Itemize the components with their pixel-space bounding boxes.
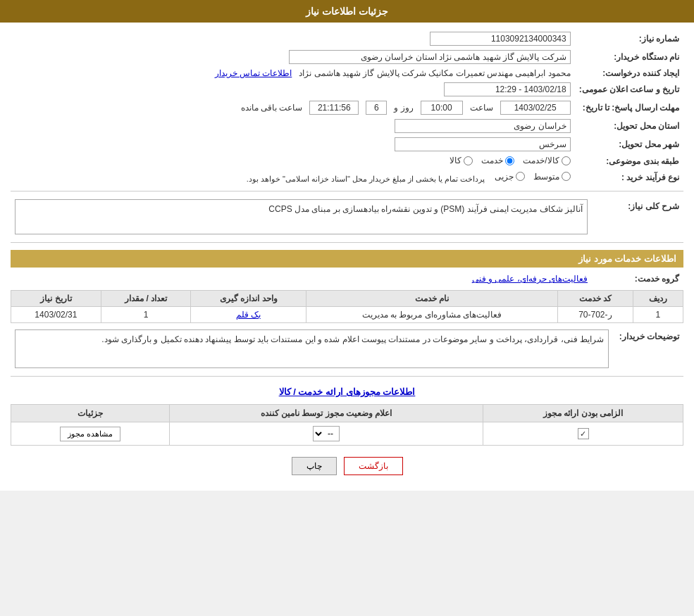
- province-label: استان محل تحویل:: [575, 117, 683, 135]
- category-radio-group: کالا/خدمت خدمت کالا: [450, 156, 570, 165]
- category-kala-radio[interactable]: [464, 156, 473, 165]
- cell-status: --: [170, 422, 483, 446]
- province-value: خراسان رضوی: [11, 117, 575, 135]
- cell-service-name: فعالیت‌های مشاوره‌ای مربوط به مدیریت: [306, 307, 558, 323]
- need-number-label: شماره نیاز:: [575, 30, 683, 48]
- description-table: شرح کلی نیاز: آنالیز شکاف مدیریت ایمنی ف…: [11, 197, 683, 237]
- cell-date: 1403/02/31: [11, 307, 101, 323]
- category-khadamat-label: خدمت: [481, 156, 503, 165]
- deadline-row: مهلت ارسال پاسخ: تا تاریخ: 1403/02/25 سا…: [11, 99, 683, 117]
- print-button[interactable]: چاپ: [292, 457, 337, 475]
- cell-required: [483, 422, 683, 446]
- service-group-link[interactable]: فعالیت‌های حرفه‌ای، علمی و فنی: [472, 274, 588, 284]
- city-label: شهر محل تحویل:: [575, 135, 683, 153]
- cell-quantity: 1: [101, 307, 191, 323]
- purchase-type-motavasset-label: متوسط: [533, 172, 559, 182]
- need-number-row: شماره نیاز: 1103092134000343: [11, 30, 683, 48]
- buyer-notes-row: توضیحات خریدار: شرایط فنی، قراردادی، پرد…: [11, 327, 683, 370]
- deadline-date-field: 1403/02/25: [500, 101, 571, 115]
- announce-date-row: تاریخ و ساعت اعلان عمومی: 1403/02/18 - 1…: [11, 80, 683, 99]
- services-table-header: ردیف کد خدمت نام خدمت واحد اندازه گیری ت…: [11, 291, 683, 307]
- cell-unit: یک قلم: [191, 307, 306, 323]
- license-table: الزامی بودن ارائه مجوز اعلام وضعیت مجوز …: [11, 404, 683, 446]
- description-box: آنالیز شکاف مدیریت ایمنی فرآیند (PSM) و …: [15, 199, 588, 234]
- deadline-remaining-label: ساعت باقی مانده: [241, 103, 303, 113]
- cell-service-code: ر-702-70: [557, 307, 633, 323]
- separator-1: [11, 191, 683, 191]
- category-kala-khadamat-label: کالا/خدمت: [523, 156, 559, 165]
- deadline-remaining-field: 21:11:56: [309, 101, 359, 115]
- description-label: شرح کلی نیاز:: [592, 197, 683, 237]
- city-value: سرخس: [11, 135, 575, 153]
- buyer-notes-value-cell: شرایط فنی، قراردادی، پرداخت و سایر موضوع…: [11, 327, 613, 370]
- col-header-service-name: نام خدمت: [306, 291, 558, 307]
- view-license-button[interactable]: مشاهده مجوز: [60, 427, 120, 441]
- creator-contact-link[interactable]: اطلاعات تماس خریدار: [215, 68, 292, 78]
- announce-date-value: 1403/02/18 - 12:29: [97, 80, 574, 99]
- announce-date-field: 1403/02/18 - 12:29: [444, 82, 571, 96]
- page-header: جزئیات اطلاعات نیاز: [0, 0, 694, 23]
- deadline-label: مهلت ارسال پاسخ: تا تاریخ:: [575, 99, 683, 117]
- table-row: -- مشاهده مجوز: [11, 422, 683, 446]
- purchase-type-jozee-item: جزیی: [495, 172, 525, 182]
- description-value-cell: آنالیز شکاف مدیریت ایمنی فرآیند (PSM) و …: [11, 197, 592, 237]
- service-group-label: گروه خدمت:: [592, 272, 683, 286]
- purchase-type-jozee-radio[interactable]: [516, 172, 525, 181]
- city-row: شهر محل تحویل: سرخس: [11, 135, 683, 153]
- description-row: شرح کلی نیاز: آنالیز شکاف مدیریت ایمنی ف…: [11, 197, 683, 237]
- need-number-field: 1103092134000343: [430, 32, 571, 46]
- category-row: طبقه بندی موضوعی: کالا/خدمت خدمت: [11, 153, 683, 170]
- col-header-required: الزامی بودن ارائه مجوز: [483, 405, 683, 422]
- license-section-title: اطلاعات مجوزهای ارائه خدمت / کالا: [11, 382, 683, 401]
- separator-3: [11, 376, 683, 377]
- service-group-row: گروه خدمت: فعالیت‌های حرفه‌ای، علمی و فن…: [11, 272, 683, 286]
- purchase-type-options: متوسط جزیی پرداخت تمام یا بخشی از مبلغ خ…: [11, 170, 575, 186]
- purchase-type-note: پرداخت تمام یا بخشی از مبلغ خریدار محل "…: [247, 174, 485, 182]
- separator-2: [11, 242, 683, 243]
- buyer-notes-table: توضیحات خریدار: شرایط فنی، قراردادی، پرد…: [11, 327, 683, 370]
- service-group-value: فعالیت‌های حرفه‌ای، علمی و فنی: [11, 272, 592, 286]
- province-field: خراسان رضوی: [395, 119, 571, 133]
- creator-name: محمود ابراهیمی مهندس تعمیرات مکانیک شرکت…: [299, 68, 570, 78]
- col-header-row-num: ردیف: [633, 291, 683, 307]
- purchase-type-motavasset-radio[interactable]: [562, 172, 571, 181]
- buyer-org-field: شرکت پالایش گاز شهید هاشمی نژاد استان خر…: [289, 50, 571, 64]
- purchase-type-row: نوع فرآیند خرید : متوسط جزیی: [11, 170, 683, 186]
- purchase-type-motavasset-item: متوسط: [533, 172, 571, 182]
- main-info-table: شماره نیاز: 1103092134000343 نام دستگاه …: [11, 30, 683, 185]
- service-group-table: گروه خدمت: فعالیت‌های حرفه‌ای، علمی و فن…: [11, 272, 683, 286]
- table-row: 1 ر-702-70 فعالیت‌های مشاوره‌ای مربوط به…: [11, 307, 683, 323]
- category-kala-khadamat-radio[interactable]: [562, 156, 571, 165]
- buyer-org-label: نام دستگاه خریدار:: [575, 48, 683, 66]
- purchase-type-label: نوع فرآیند خرید :: [575, 170, 683, 186]
- col-header-status: اعلام وضعیت مجوز توسط نامین کننده: [170, 405, 483, 422]
- cell-details: مشاهده مجوز: [11, 422, 170, 446]
- category-kala-item: کالا: [450, 156, 473, 165]
- status-select[interactable]: --: [313, 426, 340, 441]
- required-checkbox[interactable]: [578, 428, 589, 439]
- back-button[interactable]: بازگشت: [344, 457, 403, 475]
- province-row: استان محل تحویل: خراسان رضوی: [11, 117, 683, 135]
- deadline-time-label: ساعت: [470, 103, 493, 113]
- creator-row: ایجاد کننده درخواست: محمود ابراهیمی مهند…: [11, 66, 683, 80]
- col-header-unit: واحد اندازه گیری: [191, 291, 306, 307]
- deadline-days-field: 6: [366, 101, 387, 115]
- category-khadamat-radio[interactable]: [505, 156, 514, 165]
- license-table-header: الزامی بودن ارائه مجوز اعلام وضعیت مجوز …: [11, 405, 683, 422]
- announce-date-label: تاریخ و ساعت اعلان عمومی:: [575, 80, 683, 99]
- page-wrapper: جزئیات اطلاعات نیاز شماره نیاز: 11030921…: [0, 0, 694, 491]
- category-khadamat-item: خدمت: [481, 156, 514, 165]
- deadline-value-cell: 1403/02/25 ساعت 10:00 روز و 6 21:11:56 س…: [11, 99, 575, 117]
- category-label: طبقه بندی موضوعی:: [575, 153, 683, 170]
- buyer-notes-label: توضیحات خریدار:: [613, 327, 683, 370]
- purchase-type-radio-group: متوسط جزیی: [495, 172, 571, 182]
- button-row: بازگشت چاپ: [11, 448, 683, 484]
- need-number-value: 1103092134000343: [11, 30, 575, 48]
- buyer-org-row: نام دستگاه خریدار: شرکت پالایش گاز شهید …: [11, 48, 683, 66]
- services-table: ردیف کد خدمت نام خدمت واحد اندازه گیری ت…: [11, 290, 683, 323]
- page-title: جزئیات اطلاعات نیاز: [306, 6, 388, 17]
- cell-row-num: 1: [633, 307, 683, 323]
- city-field: سرخس: [395, 137, 571, 151]
- buyer-org-value: شرکت پالایش گاز شهید هاشمی نژاد استان خر…: [11, 48, 575, 66]
- col-header-date: تاریخ نیاز: [11, 291, 101, 307]
